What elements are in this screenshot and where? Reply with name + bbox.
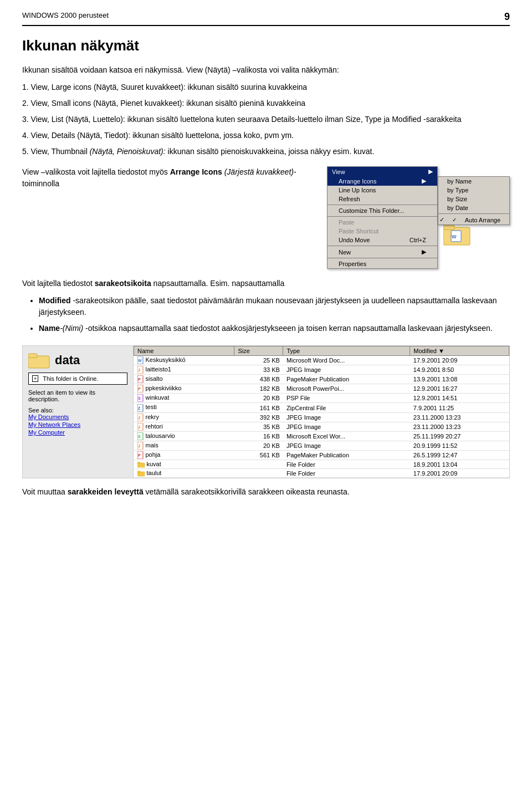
auto-arrange-check-icon: ✓ — [452, 217, 457, 223]
file-modified-cell: 12.9.2001 14:51 — [410, 394, 509, 403]
file-size-cell — [234, 469, 283, 478]
section-heading: Ikkunan näkymät — [22, 37, 510, 54]
file-modified-cell: 12.9.2001 16:27 — [410, 384, 509, 394]
file-name-cell: WKeskusyksikkö — [134, 356, 234, 365]
link-my-computer[interactable]: My Computer — [28, 429, 127, 436]
table-row: Pppkeskiviikko182 KBMicrosoft PowerPoi..… — [134, 384, 509, 394]
file-name-cell: Jlaitteisto1 — [134, 365, 234, 375]
item5-text-part1: View, Thumbnail — [31, 147, 90, 156]
file-name-cell: taulut — [134, 469, 234, 478]
item4-text: View, Details (Näytä, Tiedot): ikkunan s… — [31, 131, 294, 140]
submenu-by-date[interactable]: by Date — [438, 203, 509, 212]
menu-item-undo[interactable]: Undo Move Ctrl+Z — [328, 236, 437, 244]
menu-divider-2 — [328, 216, 437, 217]
numbered-item-2: 2. View, Small icons (Näytä, Pienet kuva… — [22, 98, 510, 109]
submenu-by-type[interactable]: by Type — [438, 186, 509, 195]
item4-num: 4. — [22, 131, 31, 140]
menu-item-customize[interactable]: Customize This Folder... — [328, 206, 437, 215]
menu-title-bar: View ▶ — [328, 167, 437, 176]
numbered-item-4: 4. View, Details (Näytä, Tiedot): ikkuna… — [22, 130, 510, 141]
table-row: Jmais20 KBJPEG Image20.9.1999 11:52 — [134, 441, 509, 450]
file-name-cell: Psisalto — [134, 375, 234, 384]
menu-item-customize-label: Customize This Folder... — [339, 207, 404, 214]
file-size-cell: 25 KB — [234, 356, 283, 365]
table-row: Ztesti161 KBZipCentral File7.9.2001 11:2… — [134, 403, 509, 412]
menu-divider-4 — [328, 258, 437, 258]
file-type-cell: PageMaker Publication — [283, 375, 410, 384]
file-type-cell: JPEG Image — [283, 422, 410, 431]
col-name[interactable]: Name — [134, 346, 234, 356]
file-size-cell: 16 KB — [234, 431, 283, 441]
link-my-network-places[interactable]: My Network Places — [28, 421, 127, 428]
select-hint: Select an item to view its description. — [28, 389, 127, 402]
sort-bold: sarakeotsikoita — [95, 279, 151, 288]
bullet-item-2: Name-(Nimi) -otsikkoa napsauttamalla saa… — [39, 323, 510, 334]
menu-item-properties[interactable]: Properties — [328, 259, 437, 268]
submenu-auto-arrange-label: Auto Arrange — [465, 217, 500, 223]
submenu-auto-arrange[interactable]: ✓ Auto Arrange — [438, 215, 509, 225]
table-row: Jrehtori35 KBJPEG Image23.11.2000 13:23 — [134, 422, 509, 431]
menu-divider-3 — [328, 246, 437, 246]
menu-item-lineup[interactable]: Line Up Icons — [328, 186, 437, 195]
bullet-item-1: Modified -sarakeotsikon päälle, saat tie… — [39, 295, 510, 318]
arrange-paragraph: View –valikosta voit lajitella tiedostot… — [22, 166, 316, 190]
file-name-cell: kuvat — [134, 460, 234, 469]
svg-text:J: J — [138, 425, 140, 429]
menu-item-refresh-label: Refresh — [339, 196, 360, 202]
file-modified-cell: 23.11.2000 13:23 — [410, 422, 509, 431]
numbered-item-1: 1. View, Large icons (Näytä, Suuret kuva… — [22, 81, 510, 93]
col-size[interactable]: Size — [234, 346, 283, 356]
file-name-cell: Pppkeskiviikko — [134, 384, 234, 394]
file-size-cell — [234, 460, 283, 469]
menu-item-new[interactable]: New ▶ — [328, 247, 437, 257]
file-modified-cell: 23.11.2000 13:23 — [410, 412, 509, 422]
svg-text:J: J — [138, 416, 140, 420]
menu-item-paste-shortcut: Paste Shortcut — [328, 227, 437, 236]
arrange-text: View –valikosta voit lajitella tiedostot… — [22, 166, 316, 195]
file-modified-cell: 20.9.1999 11:52 — [410, 441, 509, 450]
submenu-by-size[interactable]: by Size — [438, 195, 509, 203]
col-modified[interactable]: Modified ▼ — [410, 346, 509, 356]
file-name-cell: Ztesti — [134, 403, 234, 412]
item5-italic: (Näytä, Pienoiskuvat): — [90, 147, 166, 156]
menu-arrow-right: ▶ — [428, 168, 433, 175]
submenu-by-name-label: by Name — [447, 178, 472, 185]
page-number: 9 — [504, 11, 510, 23]
submenu-by-date-label: by Date — [447, 205, 468, 211]
menu-item-refresh[interactable]: Refresh — [328, 195, 437, 203]
menu-item-properties-label: Properties — [339, 261, 366, 267]
file-modified-cell: 26.5.1999 12:47 — [410, 450, 509, 460]
sort-text-2: napsauttamalla. Esim. napsauttamalla — [151, 279, 284, 288]
submenu-by-name[interactable]: by Name — [438, 177, 509, 186]
bottom-bold: sarakkeiden leveyttä — [68, 487, 144, 496]
intro-text: Ikkunan sisältöä voidaan katsoa eri näky… — [22, 65, 184, 74]
svg-text:P: P — [138, 453, 141, 457]
table-header-row: Name Size Type Modified ▼ — [134, 346, 509, 356]
file-type-cell: Microsoft Excel Wor... — [283, 431, 410, 441]
page-header: WINDOWS 2000 perusteet 9 — [22, 11, 510, 26]
table-row: Xtalousarvio16 KBMicrosoft Excel Wor...2… — [134, 431, 509, 441]
svg-text:W: W — [138, 359, 142, 363]
item5-text-part2: ikkunan sisältö pienoiskuvakkeina, joiss… — [166, 147, 375, 156]
svg-rect-29 — [137, 462, 140, 464]
folder-icon-decoration: W — [443, 222, 471, 249]
link-my-documents[interactable]: My Documents — [28, 414, 127, 420]
numbered-item-3: 3. View, List (Näytä, Luettelo): ikkunan… — [22, 114, 510, 125]
arrange-italic: (Järjestä kuvakkeet) — [224, 167, 294, 176]
table-row: Jrekry392 KBJPEG Image23.11.2000 13:23 — [134, 412, 509, 422]
file-size-cell: 33 KB — [234, 365, 283, 375]
menu-item-arrange-icons[interactable]: Arrange Icons ▶ — [328, 176, 437, 186]
menu-item-arrange-label: Arrange Icons — [339, 178, 376, 185]
item1-num: 1. — [22, 83, 31, 91]
file-modified-cell: 17.9.2001 20:09 — [410, 356, 509, 365]
bottom-text-2: vetämällä sarakeotsikkorivillä sarakkeen… — [144, 487, 350, 496]
col-type[interactable]: Type — [283, 346, 410, 356]
item3-text: View, List (Näytä, Luettelo): ikkunan si… — [31, 115, 462, 124]
folder-large-icon — [28, 351, 50, 369]
submenu-divider — [438, 213, 509, 214]
file-name-cell: Swinkuvat — [134, 394, 234, 403]
item2-num: 2. — [22, 99, 31, 108]
file-modified-cell: 18.9.2001 13:04 — [410, 460, 509, 469]
sort-text-1: Voit lajitella tiedostot — [22, 279, 95, 288]
table-row: Ppohja561 KBPageMaker Publication26.5.19… — [134, 450, 509, 460]
